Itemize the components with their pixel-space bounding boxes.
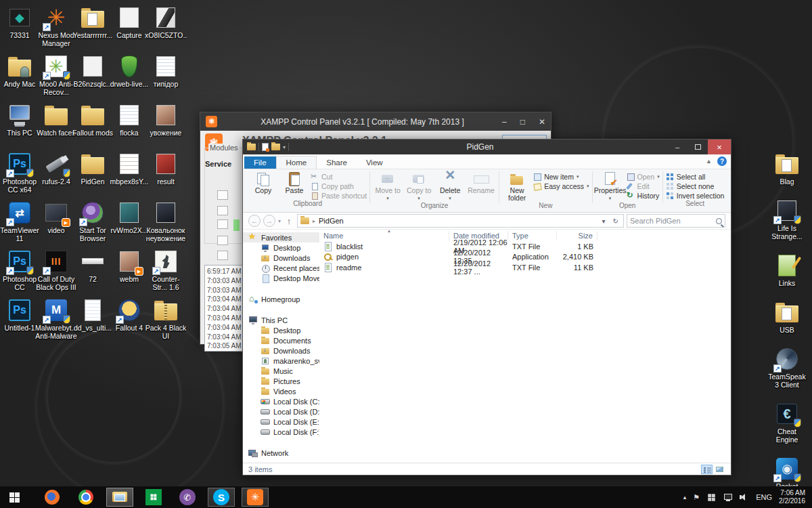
xampp-close-button[interactable]: ✕	[539, 117, 545, 127]
open-button[interactable]: Open▾	[627, 173, 660, 181]
xampp-titlebar[interactable]: ❃ XAMPP Control Panel v3.2.1 [ Compiled:…	[200, 112, 551, 131]
taskbar-app-button[interactable]	[72, 488, 99, 507]
file-row[interactable]: blacklist 2/19/2012 12:06 AM TXT File 1 …	[319, 241, 731, 252]
desktop-icon[interactable]: 72	[74, 247, 111, 295]
desktop-icon[interactable]: PidGen	[74, 149, 111, 198]
history-button[interactable]: History	[627, 192, 660, 200]
desktop-icon[interactable]: Ps Photoshop CC x64	[1, 149, 38, 198]
desktop-icon[interactable]: B26nzsqlc...	[74, 51, 111, 100]
network-icon[interactable]	[723, 493, 733, 501]
properties-button[interactable]: Properties▾	[595, 171, 625, 202]
volume-icon[interactable]	[740, 493, 749, 501]
properties-icon[interactable]	[262, 143, 269, 151]
folder-icon[interactable]	[247, 144, 256, 150]
copy-path-button[interactable]: Copy path	[311, 182, 367, 190]
nav-item[interactable]: Downloads	[243, 345, 319, 356]
paste-shortcut-button[interactable]: Paste shortcut	[311, 192, 367, 200]
desktop-icon[interactable]: ✳ Nexus Mod Manager	[38, 3, 74, 51]
xampp-service-checkbox[interactable]	[217, 251, 228, 260]
nav-item[interactable]: Desktop	[243, 325, 319, 335]
cut-button[interactable]: Cut	[311, 173, 367, 181]
defender-icon[interactable]	[708, 494, 715, 501]
desktop-icon[interactable]: Ковальонок неувожение	[148, 198, 184, 247]
new-folder-button[interactable]: New folder	[502, 171, 532, 202]
breadcrumb[interactable]: PidGen	[319, 217, 597, 225]
desktop-icon[interactable]: mbpex8sY...	[111, 149, 148, 198]
delete-button[interactable]: Delete▾	[435, 171, 465, 202]
nav-item[interactable]: Desktop	[243, 242, 319, 253]
taskbar-app-button[interactable]	[174, 488, 201, 507]
taskbar-app-button[interactable]	[208, 488, 235, 507]
edit-button[interactable]: Edit	[627, 182, 660, 190]
column-header-date-modified[interactable]: Date modified	[449, 231, 508, 240]
tab-share[interactable]: Share	[317, 156, 357, 169]
nav-item[interactable]: Pictures	[243, 376, 319, 386]
desktop-icon[interactable]: Blag	[766, 149, 808, 186]
nav-item[interactable]: Music	[243, 366, 319, 376]
nav-item[interactable]: Homegroup	[243, 294, 319, 304]
taskbar-app-button[interactable]	[39, 488, 66, 507]
column-header-size[interactable]: Size	[557, 231, 597, 240]
desktop-icon[interactable]: ⇄ TeamViewer 11	[1, 198, 38, 247]
desktop-icon[interactable]: типідор	[148, 51, 184, 100]
details-view-button[interactable]	[701, 465, 713, 474]
nav-item[interactable]: Favorites	[243, 232, 319, 242]
desktop-icon[interactable]: ◆ 73331	[1, 3, 38, 51]
thumbnails-view-button[interactable]	[714, 465, 725, 474]
nav-item[interactable]: Recent places	[243, 263, 319, 273]
desktop-icon[interactable]: webm	[111, 247, 148, 295]
search-input[interactable]	[630, 217, 716, 225]
taskbar-app-button[interactable]	[242, 488, 269, 507]
tab-file[interactable]: File	[244, 156, 276, 169]
xampp-minimize-button[interactable]: –	[502, 117, 507, 127]
move-to-button[interactable]: Move to▾	[373, 171, 403, 202]
chevron-down-icon[interactable]: ▾	[283, 144, 286, 150]
ribbon-collapse-icon[interactable]: ▲	[706, 158, 712, 165]
desktop-icon[interactable]: xO8IC5ZTO...	[148, 3, 184, 51]
copy-to-button[interactable]: Copy to▾	[404, 171, 434, 202]
nav-item[interactable]: Downloads	[243, 253, 319, 263]
desktop-icon[interactable]: Fallout mods	[74, 100, 111, 149]
search-icon[interactable]	[716, 218, 722, 224]
column-header-name[interactable]: Name	[319, 231, 449, 240]
refresh-icon[interactable]: ↻	[611, 217, 621, 225]
tab-view[interactable]: View	[357, 156, 392, 169]
desktop-icon[interactable]: This PC	[1, 100, 38, 149]
desktop-icon[interactable]: Start Tor Browser	[74, 198, 111, 247]
invert-selection-button[interactable]: Invert selection	[666, 192, 725, 200]
desktop-icon[interactable]: Fallout 4	[111, 295, 148, 344]
tab-home[interactable]: Home	[276, 156, 317, 169]
file-row[interactable]: readme 12/20/2012 12:37 ... TXT File 11 …	[319, 262, 731, 273]
desktop-icon[interactable]: Andy Mac	[1, 51, 38, 100]
desktop-icon[interactable]: € Cheat Engine	[766, 399, 808, 444]
taskbar-app-button[interactable]	[106, 488, 133, 507]
desktop-icon[interactable]: video	[38, 198, 74, 247]
xampp-service-checkbox[interactable]	[217, 219, 228, 229]
rename-button[interactable]: Rename	[466, 171, 496, 194]
easy-access-button[interactable]: Easy access▾	[533, 182, 589, 190]
nav-item[interactable]: Local Disk (C:)	[243, 396, 319, 406]
nav-item[interactable]: Videos	[243, 386, 319, 396]
nav-item[interactable]: Local Disk (F:)	[243, 427, 319, 437]
desktop-icon[interactable]: Counter-Str... 1.6	[148, 247, 184, 295]
select-all-button[interactable]: Select all	[666, 173, 725, 181]
xampp-service-checkbox[interactable]	[217, 236, 228, 245]
desktop-icon[interactable]: Life Is Strange...	[766, 196, 808, 240]
select-none-button[interactable]: Select none	[666, 182, 725, 190]
nav-item[interactable]: This PC	[243, 315, 319, 325]
paste-button[interactable]: Paste	[279, 171, 309, 194]
desktop-icon[interactable]: result	[148, 149, 184, 198]
desktop-icon[interactable]: Watch faces	[38, 100, 74, 149]
desktop-icon[interactable]: TeamSpeak 3 Client	[766, 344, 808, 389]
explorer-titlebar[interactable]: ▾ PidGen – ×	[243, 140, 731, 154]
desktop-icon[interactable]: rvWmo2X...	[111, 198, 148, 247]
new-item-button[interactable]: New item▾	[533, 173, 589, 181]
nav-item[interactable]: Local Disk (E:)	[243, 417, 319, 427]
desktop-icon[interactable]: USB	[766, 297, 808, 334]
back-button[interactable]: ←	[248, 215, 261, 227]
desktop-icon[interactable]: увожение	[148, 100, 184, 149]
desktop-icon[interactable]: Links	[766, 251, 808, 287]
tray-expand-icon[interactable]: ▴	[683, 494, 687, 501]
desktop-icon[interactable]: M Malwarebyt... Anti-Malware	[38, 295, 74, 344]
close-button[interactable]: ×	[708, 140, 731, 154]
